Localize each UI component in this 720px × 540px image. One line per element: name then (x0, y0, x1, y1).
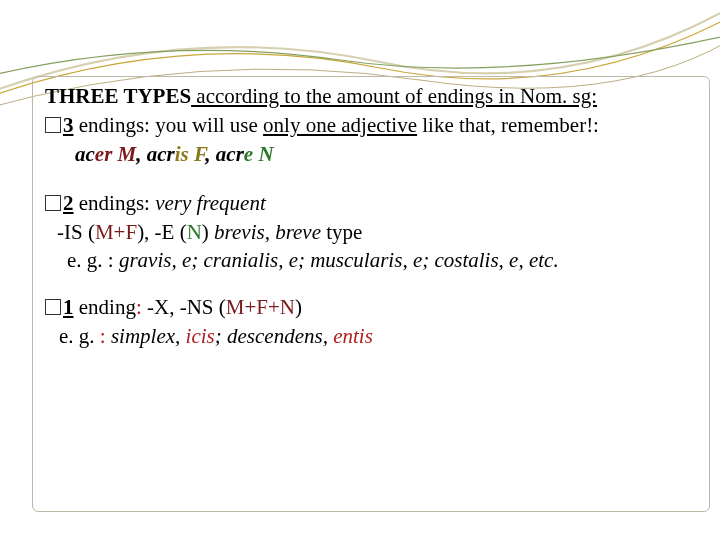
gender-m: M (112, 142, 136, 166)
s1-mfn: M+F+N (226, 295, 295, 319)
s1-eg-lead: e. g. (59, 324, 100, 348)
acris-acr: acr (147, 142, 175, 166)
s3-text1: endings: you will use (74, 113, 264, 137)
s3-sep2: , (205, 142, 216, 166)
bullet-icon (45, 117, 61, 133)
heading-strong: THREE TYPES (45, 84, 191, 108)
slide-content: THREE TYPES according to the amount of e… (32, 76, 710, 512)
s2-n: N (187, 220, 202, 244)
s1-xns: -X, -NS (147, 295, 214, 319)
s2-paren-close: ) (202, 220, 214, 244)
s2-type: type (321, 220, 362, 244)
s1-eg-colon: : (100, 324, 111, 348)
heading-rest: according to the amount of endings in No… (191, 84, 597, 108)
s2-text1: endings: (74, 191, 156, 215)
gender-n: N (253, 142, 273, 166)
s2-examples: gravis, e; cranialis, e; muscularis, e; … (119, 248, 559, 272)
s2-brevis: brevis, breve (214, 220, 321, 244)
section-1-line1: 1 ending: -X, -NS (M+F+N) (45, 294, 697, 321)
section-1-examples: e. g. : simplex, icis; descendens, entis (45, 323, 697, 350)
s1-paren-open: ( (214, 295, 226, 319)
acer-er: er (95, 142, 113, 166)
count-1: 1 (63, 295, 74, 319)
s2-very-frequent: very frequent (155, 191, 266, 215)
s2-mf: M+F (95, 220, 137, 244)
acris-is: is (175, 142, 189, 166)
s1-icis: icis (186, 324, 215, 348)
section-2-line1: 2 endings: very frequent (45, 190, 697, 217)
count-3: 3 (63, 113, 74, 137)
count-2: 2 (63, 191, 74, 215)
s2-is-close: ), -E ( (137, 220, 187, 244)
gender-f: F (189, 142, 206, 166)
s1-entis: entis (333, 324, 373, 348)
heading-line: THREE TYPES according to the amount of e… (45, 83, 697, 110)
section-3-line1: 3 endings: you will use only one adjecti… (45, 112, 697, 139)
s3-underlined: only one adjective (263, 113, 417, 137)
acre-e: e (244, 142, 253, 166)
s1-simplex: simplex, (111, 324, 186, 348)
bullet-icon (45, 195, 61, 211)
acer-ac: ac (75, 142, 95, 166)
s1-paren-close: ) (295, 295, 302, 319)
s1-descendens: descendens, (227, 324, 333, 348)
s3-text2: like that, remember!: (417, 113, 599, 137)
s3-sep1: , (136, 142, 147, 166)
s1-colon: : (136, 295, 147, 319)
s1-sep: ; (215, 324, 227, 348)
s1-text1: ending (74, 295, 136, 319)
bullet-icon (45, 299, 61, 315)
section-2-line2: -IS (M+F), -E (N) brevis, breve type (45, 219, 697, 246)
s2-eg-lead: e. g. : (67, 248, 119, 272)
section-2-examples: e. g. : gravis, e; cranialis, e; muscula… (45, 247, 697, 274)
section-3-examples: acer M, acris F, acre N (45, 141, 697, 168)
acre-acr: acr (216, 142, 244, 166)
s2-is-label: -IS ( (57, 220, 95, 244)
